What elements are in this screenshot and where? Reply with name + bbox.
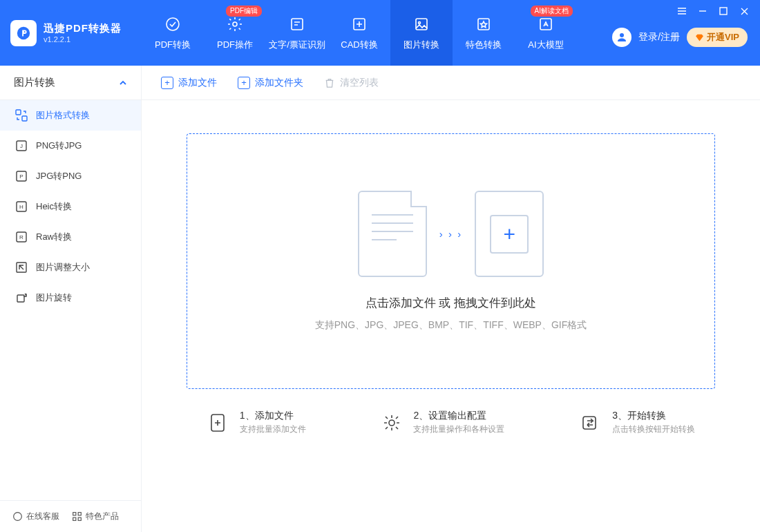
steps-guide: 1、添加文件 支持批量添加文件 2、设置输出配置 支持批量操作和各种设置 3、开… [142, 389, 760, 456]
star-icon [475, 15, 493, 33]
sidebar-title: 图片转换 [14, 76, 55, 89]
sf-label: 特色产品 [86, 511, 119, 522]
step-config: 2、设置输出配置 支持批量操作和各种设置 [380, 410, 504, 435]
sidebar-item-label: PNG转JPG [36, 140, 82, 152]
file-j-icon: J [15, 140, 28, 152]
sidebar: 图片转换 图片格式转换 J PNG转JPG P JPG转PNG H Heic转换… [0, 66, 142, 532]
add-folder-button[interactable]: + 添加文件夹 [238, 77, 303, 89]
svg-rect-25 [73, 517, 76, 520]
featured-products-link[interactable]: 特色产品 [72, 511, 119, 522]
menu-button[interactable] [672, 3, 692, 19]
svg-text:P: P [19, 173, 23, 180]
nav-label: 特色转换 [466, 39, 502, 51]
step-title: 2、设置输出配置 [413, 410, 504, 422]
sidebar-item-label: 图片旋转 [36, 292, 72, 304]
tb-label: 清空列表 [340, 77, 379, 89]
arrows-icon: › › › [439, 228, 462, 240]
sidebar-item-resize[interactable]: 图片调整大小 [0, 252, 141, 283]
nav-pdf-operate[interactable]: PDF编辑 PDF操作 [204, 0, 266, 66]
cad-icon [350, 15, 368, 33]
step-add: 1、添加文件 支持批量添加文件 [207, 410, 306, 435]
drop-zone[interactable]: › › › + 点击添加文件 或 拖拽文件到此处 支持PNG、JPG、JPEG、… [187, 133, 715, 389]
nav-label: AI大模型 [528, 39, 563, 51]
svg-rect-10 [16, 110, 21, 115]
sf-label: 在线客服 [26, 511, 59, 522]
sidebar-item-jpg-png[interactable]: P JPG转PNG [0, 161, 141, 191]
svg-rect-26 [78, 517, 81, 520]
sidebar-item-label: 图片格式转换 [36, 109, 90, 122]
grid-icon [72, 511, 82, 522]
step-start: 3、开始转换 点击转换按钮开始转换 [579, 410, 695, 435]
sidebar-item-heic[interactable]: H Heic转换 [0, 191, 141, 222]
ocr-icon [288, 15, 306, 33]
format-icon [15, 109, 28, 122]
app-logo-icon [10, 20, 37, 46]
chevron-up-icon [119, 79, 127, 87]
sidebar-item-label: 图片调整大小 [36, 261, 90, 274]
step-title: 1、添加文件 [240, 410, 306, 422]
svg-point-5 [419, 21, 421, 23]
ai-icon [537, 15, 555, 33]
chat-icon [12, 511, 23, 522]
trash-icon [324, 77, 335, 88]
step-sub: 支持批量操作和各种设置 [413, 424, 504, 435]
avatar[interactable] [612, 28, 631, 47]
drop-graphic: › › › + [358, 191, 544, 277]
sidebar-item-raw[interactable]: R Raw转换 [0, 222, 141, 252]
vip-button[interactable]: 开通VIP [687, 28, 748, 47]
sidebar-header[interactable]: 图片转换 [0, 66, 141, 100]
svg-point-0 [167, 18, 179, 30]
nav-ai[interactable]: AI解读文档 AI大模型 [515, 0, 577, 66]
nav-image-convert[interactable]: 图片转换 [390, 0, 453, 66]
svg-rect-24 [78, 513, 81, 515]
nav-label: PDF转换 [155, 39, 191, 51]
nav-badge: AI解读文档 [531, 6, 573, 17]
svg-rect-21 [17, 295, 24, 302]
sidebar-item-label: Heic转换 [36, 200, 72, 213]
sidebar-item-rotate[interactable]: 图片旋转 [0, 283, 141, 313]
nav-label: CAD转换 [341, 39, 377, 51]
gear-icon [226, 15, 244, 33]
file-p-icon: P [15, 170, 28, 182]
sidebar-item-label: JPG转PNG [36, 170, 82, 182]
nav-special[interactable]: 特色转换 [453, 0, 515, 66]
tb-label: 添加文件夹 [255, 77, 303, 89]
clear-list-button[interactable]: 清空列表 [324, 77, 379, 89]
convert-icon [164, 15, 182, 33]
step-title: 3、开始转换 [612, 410, 695, 422]
close-button[interactable] [734, 3, 754, 19]
diamond-icon [695, 33, 704, 42]
login-link[interactable]: 登录/注册 [638, 31, 680, 44]
app-title: 迅捷PDF转换器 [44, 22, 122, 35]
sidebar-item-label: Raw转换 [36, 231, 72, 243]
maximize-button[interactable] [713, 3, 734, 19]
online-service-link[interactable]: 在线客服 [12, 511, 59, 522]
drop-subtitle: 支持PNG、JPG、JPEG、BMP、TIF、TIFF、WEBP、GIF格式 [315, 319, 587, 332]
svg-rect-7 [540, 19, 551, 30]
nav-badge: PDF编辑 [226, 6, 262, 17]
svg-text:H: H [19, 204, 23, 210]
file-r-icon: R [15, 231, 28, 243]
nav-label: 文字/票证识别 [269, 39, 325, 51]
nav-pdf-convert[interactable]: PDF转换 [142, 0, 204, 66]
document-icon [358, 191, 427, 277]
sidebar-item-png-jpg[interactable]: J PNG转JPG [0, 131, 141, 161]
nav-label: 图片转换 [403, 39, 439, 51]
add-file-button[interactable]: + 添加文件 [161, 77, 217, 89]
nav-cad[interactable]: CAD转换 [328, 0, 390, 66]
svg-rect-11 [22, 116, 27, 121]
sidebar-item-format-convert[interactable]: 图片格式转换 [0, 100, 141, 131]
minimize-button[interactable] [692, 3, 713, 19]
step-sub: 点击转换按钮开始转换 [612, 424, 695, 435]
svg-rect-2 [292, 19, 303, 30]
svg-text:J: J [20, 143, 23, 149]
svg-point-1 [233, 22, 237, 26]
vip-label: 开通VIP [707, 31, 739, 44]
step-sub: 支持批量添加文件 [240, 424, 306, 435]
svg-text:R: R [19, 234, 23, 240]
plus-icon: + [161, 77, 173, 89]
image-icon [412, 15, 430, 33]
add-document-icon: + [475, 191, 544, 277]
add-file-icon [207, 411, 230, 435]
nav-ocr[interactable]: 文字/票证识别 [266, 0, 328, 66]
